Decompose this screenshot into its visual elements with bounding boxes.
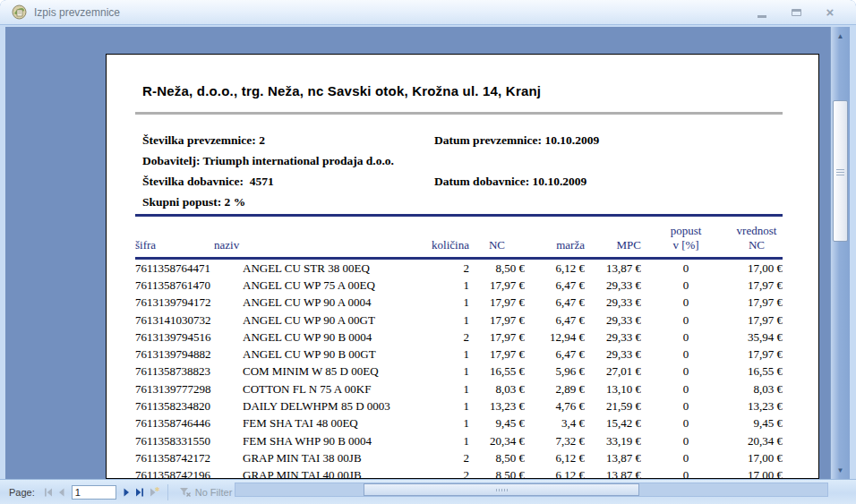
app-window: Izpis prevzemnice × R-Neža, d.o.o., trg.… [0,0,856,504]
new-page-button[interactable]: ✱ [147,485,160,500]
table-cell: COTTON FL N 75 A 00KF [243,380,404,397]
table-cell: 17,97 € [731,295,783,312]
table-cell: 13,23 € [469,397,525,414]
vertical-scrollbar[interactable]: ▲ ▼ [830,27,850,479]
table-cell: 17,00 € [731,449,783,466]
table-cell: 0 [641,295,731,312]
table-cell: 33,19 € [585,432,641,449]
column-header: popust v [%] [641,217,731,259]
next-page-button[interactable] [120,485,133,500]
table-cell: 17,97 € [469,295,525,312]
table-cell: 6,12 € [525,467,585,479]
table-cell: 1 [404,312,469,329]
page-number-input[interactable] [72,485,116,500]
table-cell: 16,55 € [469,363,525,380]
status-bar: Page: ✱ No Filter [0,479,856,504]
horizontal-scroll-thumb[interactable] [364,483,639,496]
table-cell: 13,10 € [585,380,641,397]
report-body: R-Neža, d.o.o., trg. Neža, nc Savski oto… [135,83,783,479]
table-cell: 17,97 € [731,312,783,329]
new-page-star-icon: ✱ [155,486,160,493]
table-cell: 8,03 € [731,380,783,397]
meta-row: Številka dobavnice: 4571 Datum dobavnice… [135,171,783,192]
table-cell: 7611358764471 [135,259,243,278]
table-cell: 29,33 € [585,329,641,346]
table-cell: ANGEL CU WP 90 B 00GT [243,346,404,363]
table-cell: DAILY DELWHPM 85 D 0003 [243,397,404,414]
close-button[interactable]: × [824,5,836,20]
meta-receipt-date: Datum prevzemnice: 10.10.2009 [434,130,599,150]
table-cell: 17,97 € [469,277,525,294]
items-table-header: šifranazivkoličinaNCmaržaMPCpopust v [%]… [135,217,783,259]
table-cell: 13,87 € [585,449,641,466]
horizontal-scrollbar[interactable] [235,483,828,497]
table-cell: GRAP MIN TAI 40 00JB [243,467,404,479]
meta-row: Skupni popust: 2 % [135,192,783,212]
column-header: naziv [243,217,404,259]
table-cell: 29,33 € [585,312,641,329]
column-header: NC [469,217,525,259]
table-row: 7611358761470ANGEL CU WP 75 A 00EQ117,97… [135,277,783,294]
table-cell: 0 [641,329,731,346]
table-row: 7611358738823COM MINIM W 85 D 00EQ116,55… [135,363,783,380]
table-row: 7611358331550FEM SHA WHP 90 B 0004120,34… [135,432,783,449]
table-cell: 6,12 € [525,259,585,278]
table-cell: 8,50 € [469,449,525,466]
table-cell: 13,23 € [731,397,783,414]
table-cell: 35,94 € [731,329,783,346]
table-cell: ANGEL CU WP 75 A 00EQ [243,277,404,294]
previous-page-icon [57,488,65,497]
table-cell: 6,47 € [525,346,585,363]
table-row: 7613139794516ANGEL CU WP 90 B 0004217,97… [135,329,783,346]
table-cell: 0 [641,449,731,466]
meta-delivery-number: Številka dobavnice: 4571 [142,175,274,188]
table-cell: 1 [404,432,469,449]
filter-icon [179,487,191,498]
table-cell: 13,87 € [585,259,641,278]
scroll-grip [836,167,844,175]
scroll-down-icon[interactable]: ▼ [831,463,850,477]
minimize-button[interactable] [756,5,768,20]
items-table: šifranazivkoličinaNCmaržaMPCpopust v [%]… [135,217,783,479]
table-cell: 9,45 € [469,415,525,432]
table-cell: 0 [641,415,731,432]
table-cell: 0 [641,467,731,479]
report-page[interactable]: R-Neža, d.o.o., trg. Neža, nc Savski oto… [106,54,819,479]
table-cell: 1 [404,295,469,312]
next-page-icon [123,488,131,497]
table-cell: 6,47 € [525,295,585,312]
table-cell: 8,50 € [469,259,525,278]
table-cell: 17,97 € [731,277,783,294]
table-cell: ANGEL CU WP 90 A 00GT [243,312,404,329]
table-cell: 2 [404,449,469,466]
meta-receipt-number: Številka prevzemnice: 2 [142,133,265,147]
table-cell: 1 [404,380,469,397]
first-page-button[interactable] [41,485,55,500]
previous-page-button[interactable] [55,485,68,500]
scroll-up-icon[interactable]: ▲ [831,29,850,43]
window-controls: × [756,5,836,20]
table-cell: 29,33 € [585,346,641,363]
column-header: marža [525,217,585,259]
table-cell: 6,47 € [525,277,585,294]
table-cell: 17,97 € [469,346,525,363]
table-cell: 21,59 € [585,397,641,414]
no-filter-button[interactable]: No Filter [174,485,238,500]
preview-area: R-Neža, d.o.o., trg. Neža, nc Savski oto… [0,25,856,479]
table-cell: 6,12 € [525,449,585,466]
table-cell: 4,76 € [525,397,585,414]
table-cell: 17,00 € [731,259,783,278]
vertical-scroll-thumb[interactable] [833,100,848,242]
table-cell: 1 [404,363,469,380]
table-cell: 17,97 € [469,312,525,329]
table-cell: 0 [641,363,731,380]
maximize-button[interactable] [790,5,802,20]
table-cell: 7611358738823 [135,363,243,380]
table-row: 7611358764471ANGEL CU STR 38 00EQ28,50 €… [135,259,783,278]
table-cell: 7611358746446 [135,415,243,432]
window-title: Izpis prevzemnice [34,6,756,19]
table-cell: 1 [404,277,469,294]
table-row: 7611358234820DAILY DELWHPM 85 D 0003113,… [135,397,783,414]
last-page-button[interactable] [133,485,147,500]
table-cell: 3,4 € [525,415,585,432]
